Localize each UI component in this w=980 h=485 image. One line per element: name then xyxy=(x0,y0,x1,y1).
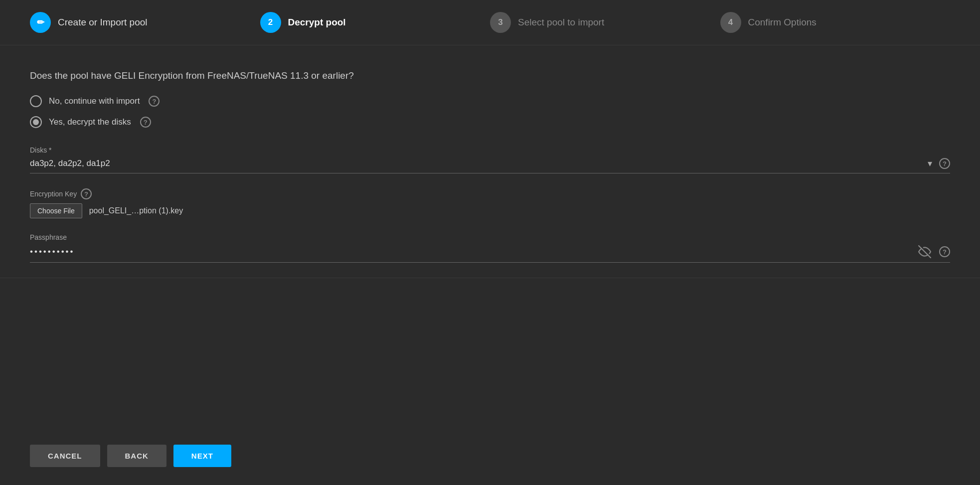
passphrase-help-icon[interactable]: ? xyxy=(939,246,950,257)
passphrase-input[interactable] xyxy=(30,247,912,257)
passphrase-section: Passphrase ? xyxy=(30,233,950,263)
help-icon-no[interactable]: ? xyxy=(149,96,160,107)
cancel-button[interactable]: CANCEL xyxy=(30,445,100,467)
step-3-circle: 3 xyxy=(490,12,511,33)
step-1[interactable]: ✏ Create or Import pool xyxy=(30,12,260,33)
step-3-number: 3 xyxy=(498,17,502,27)
stepper-header: ✏ Create or Import pool 2 Decrypt pool 3… xyxy=(0,0,980,45)
step-4-number: 4 xyxy=(728,17,733,27)
pencil-icon: ✏ xyxy=(37,17,44,28)
disks-label: Disks * xyxy=(30,146,950,154)
radio-outer-no[interactable] xyxy=(30,95,42,107)
section-divider xyxy=(0,278,980,278)
radio-label-no: No, continue with import xyxy=(49,96,140,106)
step-1-circle: ✏ xyxy=(30,12,51,33)
step-2[interactable]: 2 Decrypt pool xyxy=(260,12,490,33)
step-2-label: Decrypt pool xyxy=(288,17,346,28)
footer: CANCEL BACK NEXT xyxy=(0,427,980,485)
disks-section: Disks * da3p2, da2p2, da1p2 ▾ ? xyxy=(30,146,950,173)
encryption-key-label: Encryption Key ? xyxy=(30,188,950,199)
file-name-display: pool_GELI_…ption (1).key xyxy=(89,206,183,215)
step-2-number: 2 xyxy=(268,17,273,27)
disks-help-icon[interactable]: ? xyxy=(939,158,950,169)
file-input-row: Choose File pool_GELI_…ption (1).key xyxy=(30,203,950,218)
step-4-circle: 4 xyxy=(720,12,741,33)
geli-question: Does the pool have GELI Encryption from … xyxy=(30,70,950,81)
choose-file-button[interactable]: Choose File xyxy=(30,203,82,218)
main-content: Does the pool have GELI Encryption from … xyxy=(0,45,980,427)
encryption-key-help-icon[interactable]: ? xyxy=(81,188,92,199)
step-4[interactable]: 4 Confirm Options xyxy=(720,12,951,33)
step-4-label: Confirm Options xyxy=(748,17,817,28)
step-1-label: Create or Import pool xyxy=(58,17,148,28)
step-3-label: Select pool to import xyxy=(518,17,604,28)
radio-option-no[interactable]: No, continue with import ? xyxy=(30,95,950,107)
step-2-circle: 2 xyxy=(260,12,281,33)
radio-outer-yes[interactable] xyxy=(30,116,42,128)
radio-label-yes: Yes, decrypt the disks xyxy=(49,117,131,127)
back-button[interactable]: BACK xyxy=(107,445,166,467)
radio-inner-yes xyxy=(33,119,39,125)
disks-value: da3p2, da2p2, da1p2 xyxy=(30,159,923,168)
disks-chevron-icon[interactable]: ▾ xyxy=(928,158,932,169)
passphrase-row: ? xyxy=(30,245,950,263)
radio-option-yes[interactable]: Yes, decrypt the disks ? xyxy=(30,116,950,128)
encryption-key-section: Encryption Key ? Choose File pool_GELI_…… xyxy=(30,188,950,218)
disks-select-row[interactable]: da3p2, da2p2, da1p2 ▾ ? xyxy=(30,158,950,173)
visibility-toggle-icon[interactable] xyxy=(918,245,931,258)
eye-off-svg xyxy=(918,245,931,258)
passphrase-label: Passphrase xyxy=(30,233,950,241)
next-button[interactable]: NEXT xyxy=(173,445,231,467)
help-icon-yes[interactable]: ? xyxy=(140,117,151,128)
step-3[interactable]: 3 Select pool to import xyxy=(490,12,720,33)
radio-group: No, continue with import ? Yes, decrypt … xyxy=(30,95,950,128)
